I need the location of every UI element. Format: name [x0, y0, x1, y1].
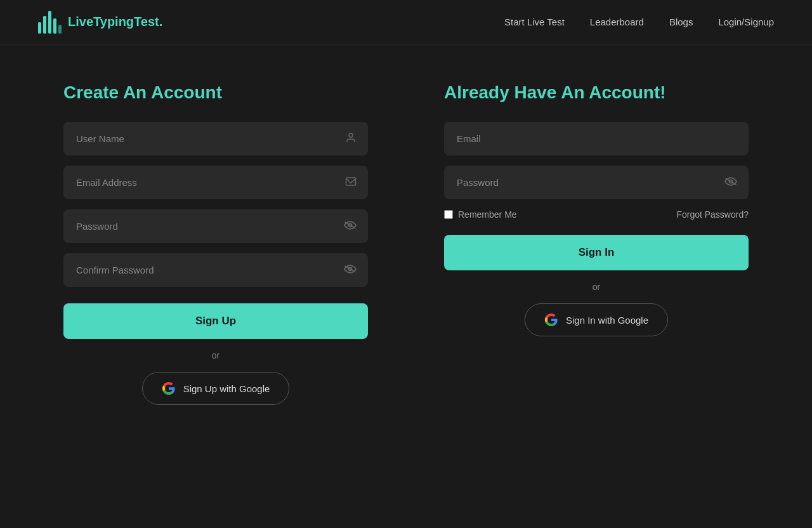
logo-bar-3 [48, 11, 51, 34]
signup-title: Create An Account [63, 82, 368, 103]
main-nav: Start Live Test Leaderboard Blogs Login/… [504, 16, 774, 27]
logo-bar-1 [38, 22, 41, 34]
signin-title: Already Have An Account! [444, 82, 749, 103]
main-content: Create An Account [0, 44, 812, 443]
confirm-eye-icon[interactable] [344, 265, 357, 276]
signin-eye-icon[interactable] [724, 177, 737, 188]
signup-google-label: Sign Up with Google [183, 383, 270, 394]
remember-me-checkbox[interactable] [444, 210, 453, 219]
header: LiveTypingTest. Start Live Test Leaderbo… [0, 0, 812, 44]
password-eye-icon[interactable] [344, 221, 357, 232]
signup-google-button[interactable]: Sign Up with Google [142, 372, 290, 405]
forgot-password-link[interactable]: Forgot Password? [676, 209, 749, 220]
signin-button[interactable]: Sign In [444, 235, 749, 270]
nav-login-signup[interactable]: Login/Signup [718, 16, 774, 27]
user-icon [345, 132, 357, 146]
google-icon [162, 381, 176, 395]
username-input[interactable] [63, 122, 368, 155]
confirm-password-input[interactable] [63, 253, 368, 287]
signup-section: Create An Account [63, 82, 368, 405]
svg-point-0 [349, 133, 353, 137]
signin-email-group [444, 122, 749, 155]
signin-password-group [444, 166, 749, 199]
signup-password-group [63, 209, 368, 243]
remember-row: Remember Me Forgot Password? [444, 209, 749, 220]
svg-rect-1 [346, 178, 356, 185]
nav-leaderboard[interactable]: Leaderboard [590, 16, 644, 27]
signup-password-input[interactable] [63, 209, 368, 243]
signup-or-divider: or [63, 350, 368, 360]
email-icon [345, 176, 357, 189]
signin-google-button[interactable]: Sign In with Google [525, 303, 668, 336]
signup-button[interactable]: Sign Up [63, 303, 368, 339]
logo: LiveTypingTest. [38, 11, 162, 34]
signin-password-input[interactable] [444, 166, 749, 199]
signin-google-label: Sign In with Google [566, 315, 648, 326]
logo-bar-2 [43, 16, 46, 34]
logo-text: LiveTypingTest. [68, 15, 162, 29]
signin-email-input[interactable] [444, 122, 749, 155]
google-signin-icon [544, 313, 558, 327]
signup-email-group [63, 166, 368, 199]
nav-blogs[interactable]: Blogs [669, 16, 693, 27]
logo-icon [38, 11, 62, 34]
signup-email-input[interactable] [63, 166, 368, 199]
username-group [63, 122, 368, 155]
confirm-password-group [63, 253, 368, 287]
logo-bar-5 [58, 25, 62, 34]
logo-bar-4 [53, 18, 56, 34]
signin-section: Already Have An Account! Remember Me For… [444, 82, 749, 336]
signin-or-divider: or [444, 282, 749, 292]
remember-me-label: Remember Me [444, 209, 517, 220]
nav-start-live-test[interactable]: Start Live Test [504, 16, 565, 27]
